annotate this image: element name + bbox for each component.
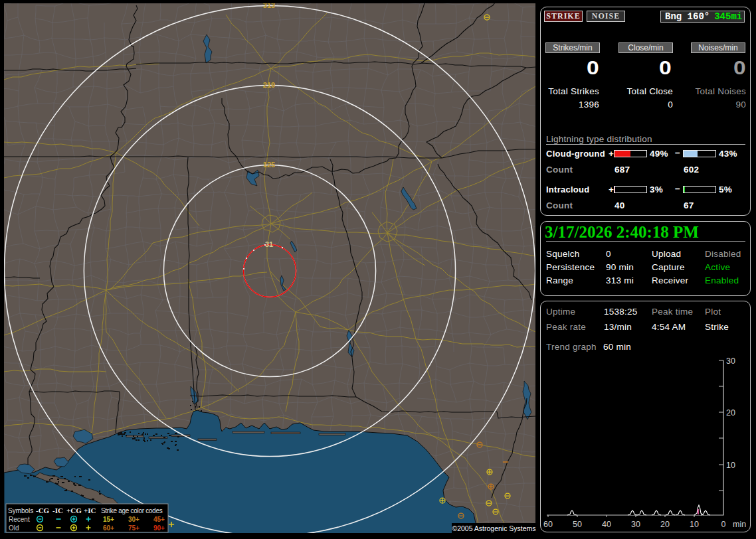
svg-text:-CG: -CG xyxy=(36,506,50,514)
svg-text:125: 125 xyxy=(263,161,275,169)
svg-text:75+: 75+ xyxy=(128,524,140,532)
svg-text:Symbols: Symbols xyxy=(8,507,33,514)
svg-text:31: 31 xyxy=(265,240,273,248)
svg-text:Strike age color codes: Strike age color codes xyxy=(101,507,163,514)
svg-text:-IC: -IC xyxy=(52,506,63,514)
svg-text:90+: 90+ xyxy=(153,524,165,532)
svg-text:60+: 60+ xyxy=(103,524,114,532)
svg-text:10: 10 xyxy=(726,461,735,470)
svg-text:0: 0 xyxy=(721,520,726,529)
svg-text:45+: 45+ xyxy=(153,516,165,523)
svg-text:20: 20 xyxy=(726,408,735,418)
svg-text:60: 60 xyxy=(543,520,553,529)
svg-text:min: min xyxy=(733,520,746,529)
svg-text:20: 20 xyxy=(660,520,670,529)
svg-text:15+: 15+ xyxy=(103,516,114,523)
svg-text:30+: 30+ xyxy=(128,516,140,523)
svg-text:30: 30 xyxy=(631,520,640,529)
svg-text:Old: Old xyxy=(9,524,19,532)
svg-text:313: 313 xyxy=(263,3,275,9)
svg-text:10: 10 xyxy=(690,520,699,529)
svg-text:50: 50 xyxy=(573,520,582,529)
svg-text:219: 219 xyxy=(263,81,275,89)
svg-text:+IC: +IC xyxy=(84,506,96,514)
svg-text:Recent: Recent xyxy=(9,516,30,523)
svg-text:40: 40 xyxy=(602,520,611,529)
svg-text:30: 30 xyxy=(726,356,735,366)
svg-text:+CG: +CG xyxy=(66,506,82,514)
